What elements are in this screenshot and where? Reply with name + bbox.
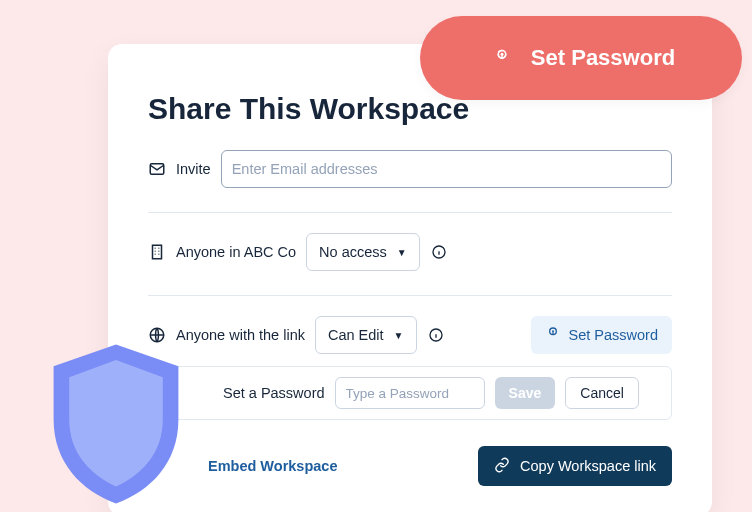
save-button[interactable]: Save (495, 377, 556, 409)
set-password-button-label: Set Password (569, 327, 658, 343)
building-icon (148, 243, 166, 261)
link-access-select[interactable]: Can Edit ▼ (315, 316, 417, 354)
link-access-value: Can Edit (328, 327, 384, 343)
invite-row: Invite (148, 150, 672, 188)
divider (148, 295, 672, 296)
divider (148, 212, 672, 213)
share-workspace-dialog: Share This Workspace Invite Anyone in AB… (108, 44, 712, 512)
cancel-button[interactable]: Cancel (565, 377, 639, 409)
info-icon[interactable] (427, 326, 445, 344)
link-access-row: Anyone with the link Can Edit ▼ Set Pass… (148, 316, 672, 354)
chevron-down-icon: ▼ (394, 330, 404, 341)
org-access-select[interactable]: No access ▼ (306, 233, 420, 271)
set-password-banner[interactable]: Set Password (420, 16, 742, 100)
chevron-down-icon: ▼ (397, 247, 407, 258)
org-access-label: Anyone in ABC Co (176, 244, 296, 260)
copy-label: Copy Workspace link (520, 458, 656, 474)
mail-icon (148, 160, 166, 178)
shield-icon (38, 336, 194, 512)
link-icon (494, 457, 510, 476)
invite-email-input[interactable] (221, 150, 672, 188)
password-label: Set a Password (223, 385, 325, 401)
embed-workspace-link[interactable]: Embed Workspace (208, 458, 337, 474)
org-access-row: Anyone in ABC Co No access ▼ (148, 233, 672, 271)
svg-rect-3 (153, 245, 162, 259)
org-access-value: No access (319, 244, 387, 260)
set-password-banner-label: Set Password (531, 45, 675, 71)
set-password-button[interactable]: Set Password (531, 316, 672, 354)
embed-label: Embed Workspace (208, 458, 337, 474)
lock-icon (545, 326, 561, 345)
copy-link-button[interactable]: Copy Workspace link (478, 446, 672, 486)
svg-point-8 (552, 330, 554, 332)
password-input[interactable] (335, 377, 485, 409)
dialog-footer: Embed Workspace Copy Workspace link (148, 446, 672, 486)
info-icon[interactable] (430, 243, 448, 261)
password-panel: Set a Password Save Cancel (148, 366, 672, 420)
link-access-label: Anyone with the link (176, 327, 305, 343)
invite-label: Invite (176, 161, 211, 177)
lock-icon (487, 43, 517, 73)
